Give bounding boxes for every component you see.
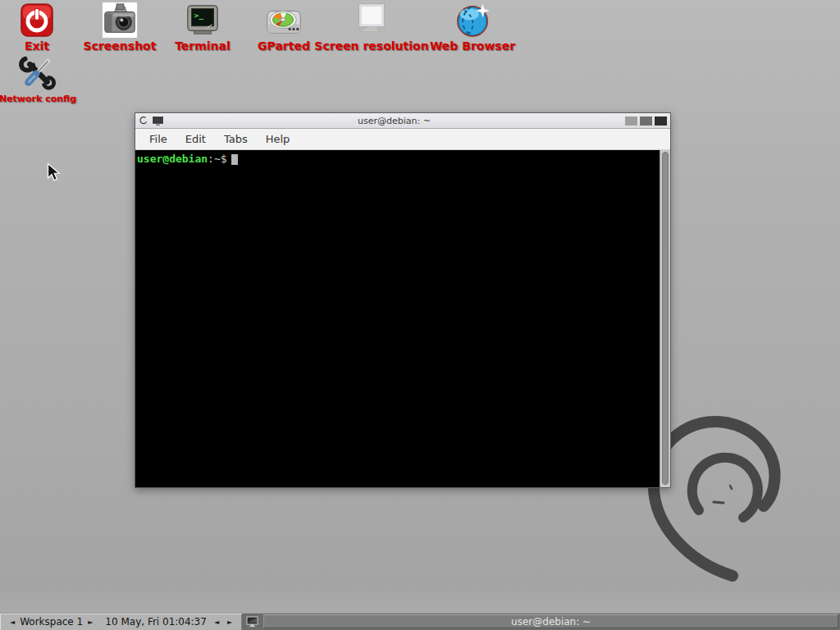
- desktop-icon-gparted[interactable]: GParted: [255, 2, 313, 52]
- desktop-icon-screenshot[interactable]: Screenshot: [83, 2, 157, 52]
- terminal-output: user@debian:~$: [135, 150, 660, 487]
- desktop-icon-screen-resolution[interactable]: Screen resolution: [318, 2, 425, 52]
- icon-label: Exit: [25, 40, 49, 52]
- window-title: user@debian: ~: [163, 116, 625, 126]
- globe-icon: [454, 2, 491, 39]
- menu-tabs[interactable]: Tabs: [215, 130, 257, 148]
- desktop-icon-exit[interactable]: Exit: [10, 2, 64, 52]
- icon-label: Terminal: [175, 40, 231, 52]
- monitor-icon: [353, 2, 390, 39]
- desktop-icon-network-config[interactable]: Network config: [5, 54, 71, 105]
- prompt-colon: :: [208, 153, 214, 165]
- icon-label: Network config: [0, 93, 76, 105]
- prompt-dollar: $: [221, 153, 227, 165]
- maximize-button[interactable]: [640, 116, 652, 126]
- prompt-user: user@debian: [137, 153, 208, 165]
- desktop-icon-terminal[interactable]: >_ Terminal: [170, 2, 235, 52]
- workspace-next-icon[interactable]: ►: [84, 619, 97, 626]
- clock-prev-icon[interactable]: ◄: [210, 619, 223, 626]
- icon-label: Screenshot: [84, 40, 157, 52]
- tools-icon: [19, 54, 57, 92]
- debian-logo-icon: [139, 116, 148, 126]
- terminal-window-icon: [153, 116, 163, 126]
- window-titlebar[interactable]: user@debian: ~: [135, 113, 670, 129]
- taskbar-pager-clock-area: ◄ Workspace 1 ► 10 May, Fri 01:04:37 ◄ ►: [0, 614, 242, 630]
- menu-edit[interactable]: Edit: [176, 130, 215, 148]
- taskbar-window-button[interactable]: user@debian: ~: [263, 614, 838, 628]
- workspace-label[interactable]: Workspace 1: [19, 616, 84, 628]
- terminal-cursor: [231, 154, 238, 165]
- camera-icon: [101, 2, 139, 39]
- prompt-path: ~: [214, 153, 221, 165]
- terminal-window: user@debian: ~ File Edit Tabs Help user@…: [135, 112, 671, 488]
- icon-label: Web Browser: [430, 40, 515, 52]
- icon-label: Screen resolution: [314, 40, 428, 52]
- scrollbar-thumb[interactable]: [662, 152, 669, 485]
- icon-label: GParted: [258, 40, 310, 52]
- close-button[interactable]: [655, 116, 667, 126]
- menu-file[interactable]: File: [140, 130, 176, 148]
- mouse-pointer: [47, 162, 61, 182]
- desktop-icon-web-browser[interactable]: Web Browser: [427, 2, 518, 52]
- show-desktop-monitor-icon: [246, 616, 258, 628]
- show-desktop-button[interactable]: [242, 614, 262, 630]
- power-icon: [18, 2, 56, 39]
- taskbar: ◄ Workspace 1 ► 10 May, Fri 01:04:37 ◄ ►…: [0, 613, 840, 630]
- minimize-button[interactable]: [625, 116, 637, 126]
- clock: 10 May, Fri 01:04:37: [105, 616, 207, 628]
- window-menubar: File Edit Tabs Help: [135, 129, 670, 150]
- crt-terminal-icon: >_: [184, 2, 221, 39]
- menu-help[interactable]: Help: [257, 130, 299, 148]
- svg-text:>_: >_: [194, 11, 203, 20]
- terminal-scrollbar[interactable]: [660, 150, 670, 487]
- partition-disk-icon: [265, 2, 303, 39]
- terminal-screen[interactable]: user@debian:~$: [135, 150, 670, 487]
- clock-next-icon[interactable]: ►: [223, 619, 236, 626]
- workspace-prev-icon[interactable]: ◄: [6, 619, 19, 626]
